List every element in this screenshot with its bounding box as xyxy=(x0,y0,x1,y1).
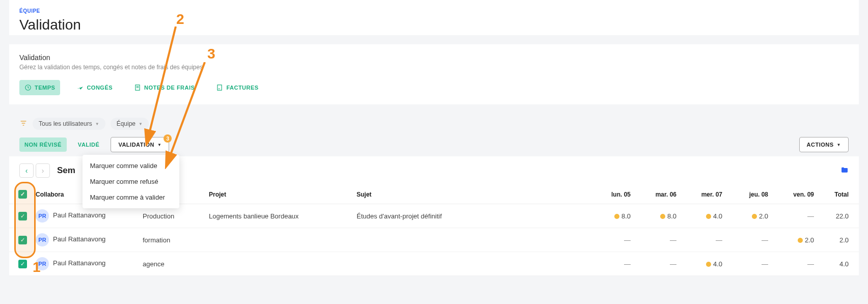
tab-conges-label: CONGÉS xyxy=(87,85,113,91)
avatar: PR xyxy=(36,257,49,270)
col-jeu: jeu. 08 xyxy=(726,185,772,204)
actions-label: ACTIONS xyxy=(807,142,834,148)
tab-valide[interactable]: VALIDÉ xyxy=(73,137,105,152)
cell-d5: — xyxy=(772,204,818,228)
cell-d3: 4.0 xyxy=(681,252,726,276)
filter-users-label: Tous les utilisateurs xyxy=(39,120,92,127)
cell-d1: — xyxy=(589,252,635,276)
section-title: Validation xyxy=(19,53,849,62)
tab-temps-label: TEMPS xyxy=(35,85,55,91)
cell-d3: 4.0 xyxy=(681,204,726,228)
cell-sujet xyxy=(352,252,589,276)
col-sujet: Sujet xyxy=(352,185,589,204)
menu-marquer-a-valider[interactable]: Marquer comme à valider xyxy=(83,189,179,205)
collab-name: Paul Rattanavong xyxy=(53,211,105,219)
avatar: PR xyxy=(36,233,49,246)
week-prev-button[interactable]: ‹ xyxy=(19,163,34,178)
table-row: ✓PRPaul Rattanavongagence——4.0——4.0 xyxy=(9,252,859,276)
cell-d4: 2.0 xyxy=(726,204,772,228)
cell-d2: 8.0 xyxy=(635,204,681,228)
section-subtitle: Gérez la validation des temps, congés et… xyxy=(19,64,849,71)
row-checkbox[interactable]: ✓ xyxy=(18,260,27,268)
cell-total: 22.0 xyxy=(818,204,859,228)
tab-non-revise[interactable]: NON RÉVISÉ xyxy=(19,137,67,152)
col-projet: Projet xyxy=(205,185,352,204)
cell-d5: — xyxy=(772,252,818,276)
cell-type: agence xyxy=(139,252,205,276)
chevron-down-icon: ▼ xyxy=(837,143,841,147)
chevron-down-icon: ▼ xyxy=(139,122,143,126)
filter-icon[interactable] xyxy=(19,119,28,129)
cell-projet xyxy=(205,228,352,252)
collab-name: Paul Rattanavong xyxy=(53,235,105,243)
tab-factures-label: FACTURES xyxy=(226,85,258,91)
col-mar: mar. 06 xyxy=(635,185,681,204)
cell-d2: — xyxy=(635,252,681,276)
invoice-icon xyxy=(216,84,223,91)
cell-d3: — xyxy=(681,228,726,252)
validation-dropdown-label: VALIDATION xyxy=(118,142,154,148)
cell-d4: — xyxy=(726,252,772,276)
menu-marquer-refuse[interactable]: Marquer comme refusé xyxy=(83,174,179,189)
cell-sujet: Études d'avant-projet définitif xyxy=(352,204,589,228)
clock-icon xyxy=(24,84,32,91)
cell-d4: — xyxy=(726,228,772,252)
chevron-down-icon: ▼ xyxy=(157,143,161,147)
plane-icon xyxy=(76,84,84,91)
avatar: PR xyxy=(36,209,49,223)
validation-count-badge: 3 xyxy=(164,134,172,143)
filter-users[interactable]: Tous les utilisateurs ▼ xyxy=(33,118,105,130)
row-checkbox[interactable]: ✓ xyxy=(18,212,27,220)
filter-team-label: Équipe xyxy=(117,120,135,127)
select-all-checkbox[interactable]: ✓ xyxy=(18,190,27,199)
validation-dropdown-button[interactable]: VALIDATION ▼ 3 Marquer comme valide Marq… xyxy=(111,137,169,152)
svg-rect-6 xyxy=(218,85,222,91)
menu-marquer-valide[interactable]: Marquer comme valide xyxy=(83,158,179,174)
table-row: ✓PRPaul Rattanavongformation————2.02.0 xyxy=(9,228,859,252)
receipt-icon xyxy=(134,84,141,91)
col-ven: ven. 09 xyxy=(772,185,818,204)
chevron-down-icon: ▼ xyxy=(95,122,99,126)
row-checkbox[interactable]: ✓ xyxy=(18,236,27,244)
cell-d5: 2.0 xyxy=(772,228,818,252)
cell-type: formation xyxy=(139,228,205,252)
tab-temps[interactable]: TEMPS xyxy=(19,80,60,95)
week-label-prefix: Sem xyxy=(57,165,75,176)
validation-section: Validation Gérez la validation des temps… xyxy=(9,44,859,104)
status-row: NON RÉVISÉ VALIDÉ VALIDATION ▼ 3 Marquer… xyxy=(9,130,859,152)
breadcrumb[interactable]: ÉQUIPE xyxy=(19,8,849,14)
actions-button[interactable]: ACTIONS ▼ xyxy=(799,137,849,152)
filter-row: Tous les utilisateurs ▼ Équipe ▼ xyxy=(9,114,859,130)
week-next-button[interactable]: › xyxy=(36,163,50,178)
tab-notes-label: NOTES DE FRAIS xyxy=(144,85,195,91)
tab-conges[interactable]: CONGÉS xyxy=(71,80,118,95)
cell-sujet xyxy=(352,228,589,252)
cell-projet: Logements banlieue Bordeaux xyxy=(205,204,352,228)
cell-d2: — xyxy=(635,228,681,252)
filter-team[interactable]: Équipe ▼ xyxy=(111,118,149,130)
validation-dropdown-menu: Marquer comme valide Marquer comme refus… xyxy=(83,155,179,208)
collab-name: Paul Rattanavong xyxy=(53,259,105,267)
page-header: ÉQUIPE Validation xyxy=(9,0,859,35)
col-mer: mer. 07 xyxy=(681,185,726,204)
tab-factures[interactable]: FACTURES xyxy=(211,80,263,95)
cell-d1: — xyxy=(589,228,635,252)
cell-projet xyxy=(205,252,352,276)
col-total: Total xyxy=(818,185,859,204)
tab-notes-frais[interactable]: NOTES DE FRAIS xyxy=(129,80,200,95)
page-title: Validation xyxy=(19,17,849,33)
cell-d1: 8.0 xyxy=(589,204,635,228)
folder-icon[interactable] xyxy=(840,166,849,176)
cell-total: 4.0 xyxy=(818,252,859,276)
col-lun: lun. 05 xyxy=(589,185,635,204)
cell-total: 2.0 xyxy=(818,228,859,252)
